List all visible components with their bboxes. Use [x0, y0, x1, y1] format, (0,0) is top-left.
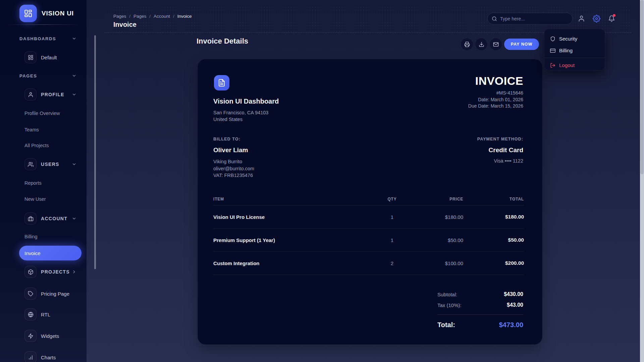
cell-price: $180.00: [412, 214, 463, 220]
user-icon: [24, 88, 37, 101]
chart-icon: [24, 351, 37, 362]
sidebar-item-default[interactable]: Default: [0, 51, 87, 63]
sidebar-item-pricing-page[interactable]: Pricing Page: [0, 288, 87, 300]
search-icon: [492, 16, 497, 21]
sidebar-item-all-projects[interactable]: All Projects: [0, 139, 87, 152]
invoice-due-date: Due Date: March 15, 2026: [468, 103, 523, 110]
billed-to-name: Oliver Liam: [213, 146, 254, 154]
item-label: Charts: [41, 355, 56, 360]
menu-item-label: Billing: [559, 48, 573, 53]
totals-block: Subtotal: $430.00 Tax (10%): $43.00 Tota…: [437, 289, 523, 331]
sidebar-section-dashboards[interactable]: DASHBOARDS: [0, 33, 87, 45]
credit-card-icon: [550, 48, 555, 53]
item-label: Profile Overview: [24, 111, 60, 116]
item-label: All Projects: [24, 143, 49, 148]
sidebar-item-widgets[interactable]: Widgets: [0, 330, 87, 342]
sidebar-item-rtl[interactable]: RTL: [0, 308, 87, 320]
mail-button[interactable]: [489, 38, 502, 51]
invoice-date: Date: March 01, 2026: [468, 97, 523, 103]
grid-icon: [24, 51, 37, 63]
payment-method-label: PAYMENT METHOD:: [477, 137, 523, 141]
company-name: Vision UI Dashboard: [213, 98, 279, 105]
content-title: Invoice Details: [197, 37, 248, 46]
col-header-item: ITEM: [213, 197, 372, 201]
item-label: Billing: [24, 234, 38, 239]
gear-icon[interactable]: [591, 13, 602, 24]
profile-icon[interactable]: [576, 13, 587, 24]
sidebar-item-profile[interactable]: PROFILE: [0, 88, 87, 101]
breadcrumb: Pages Pages Account Invoice: [113, 14, 192, 19]
sidebar-item-billing[interactable]: Billing: [0, 231, 87, 243]
sidebar-section-pages[interactable]: PAGES: [0, 70, 87, 82]
pay-now-button[interactable]: PAY NOW: [504, 39, 539, 50]
total-label: Total:: [437, 321, 455, 329]
chevron-down-icon: [72, 162, 76, 167]
top-navbar: Pages Pages Account Invoice Invoice: [105, 6, 631, 32]
menu-item-label: Logout: [559, 62, 575, 68]
col-header-qty: QTY: [372, 197, 412, 201]
brand-name: VISION UI: [42, 10, 74, 17]
download-button[interactable]: [475, 38, 488, 51]
chevron-down-icon: [72, 92, 76, 97]
logout-icon: [550, 63, 555, 68]
sidebar-item-new-user[interactable]: New User: [0, 193, 87, 205]
cell-item: Custom Integration: [213, 260, 372, 266]
sidebar-item-teams[interactable]: Teams: [0, 124, 87, 136]
item-label: PROJECTS: [41, 269, 70, 275]
sidebar-divider: [6, 24, 80, 25]
section-label: DASHBOARDS: [19, 36, 56, 41]
cell-item: Vision UI Pro License: [213, 214, 372, 220]
menu-item-logout[interactable]: Logout: [544, 59, 605, 71]
shield-icon: [550, 36, 555, 42]
breadcrumb-item[interactable]: Account: [154, 14, 177, 19]
sidebar-item-profile-overview[interactable]: Profile Overview: [0, 107, 87, 119]
total-value: $473.00: [499, 321, 523, 329]
sidebar-scrollbar[interactable]: [94, 35, 96, 269]
sidebar-item-charts[interactable]: Charts: [0, 351, 87, 362]
item-label: ACCOUNT: [41, 216, 67, 221]
bell-icon[interactable]: [606, 13, 617, 24]
invoice-card: Vision UI Dashboard San Francisco, CA 94…: [198, 59, 542, 345]
billed-to-vat: VAT: FRB1235476: [213, 172, 254, 179]
table-row: Vision UI Pro License 1 $180.00 $180.00: [213, 205, 524, 229]
page-scrollbar[interactable]: [640, 0, 644, 362]
item-label: PROFILE: [41, 92, 64, 97]
item-label: Widgets: [41, 333, 59, 339]
billed-to-label: BILLED TO:: [213, 137, 254, 141]
sidebar-item-reports[interactable]: Reports: [0, 177, 87, 189]
payment-method-block: PAYMENT METHOD: Credit Card Visa •••• 11…: [477, 137, 523, 164]
cell-price: $100.00: [412, 260, 463, 266]
page-scrollbar-thumb[interactable]: [640, 0, 644, 174]
subtotal-row: Subtotal: $430.00: [437, 289, 523, 300]
company-address-line1: San Francisco, CA 94103: [213, 109, 279, 116]
cell-total: $50.00: [463, 237, 524, 243]
search-input[interactable]: [500, 16, 560, 21]
menu-item-label: Security: [559, 36, 577, 42]
breadcrumb-item[interactable]: Pages: [133, 14, 154, 19]
tax-row: Tax (10%): $43.00: [437, 300, 523, 310]
sidebar-item-users[interactable]: USERS: [0, 158, 87, 170]
sidebar-item-projects[interactable]: PROJECTS: [0, 266, 87, 278]
breadcrumb-item[interactable]: Pages: [113, 14, 133, 19]
chevron-down-icon: [72, 216, 76, 221]
chevron-down-icon: [72, 73, 76, 78]
print-button[interactable]: [461, 38, 473, 51]
invoice-meta-block: INVOICE #MS-415646 Date: March 01, 2026 …: [468, 74, 523, 110]
item-label: Invoice: [24, 250, 41, 256]
cell-total: $200.00: [463, 260, 524, 266]
billed-to-email: oliver@burrito.com: [213, 165, 254, 172]
billed-to-company: Viking Burrito: [213, 158, 254, 165]
chevron-down-icon: [72, 36, 76, 41]
sidebar-item-account[interactable]: ACCOUNT: [0, 213, 87, 225]
cell-qty: 2: [372, 260, 412, 266]
globe-icon: [24, 308, 37, 320]
menu-item-billing[interactable]: Billing: [544, 45, 605, 56]
search-box[interactable]: [487, 13, 573, 24]
cell-item: Premium Support (1 Year): [213, 237, 372, 243]
sidebar-item-invoice-active[interactable]: Invoice: [19, 246, 82, 260]
notification-dot: [613, 14, 615, 17]
invoice-items-table: ITEM QTY PRICE TOTAL Vision UI Pro Licen…: [213, 193, 524, 275]
col-header-total: TOTAL: [463, 197, 524, 201]
menu-item-security[interactable]: Security: [544, 33, 605, 45]
tax-label: Tax (10%):: [437, 302, 462, 308]
